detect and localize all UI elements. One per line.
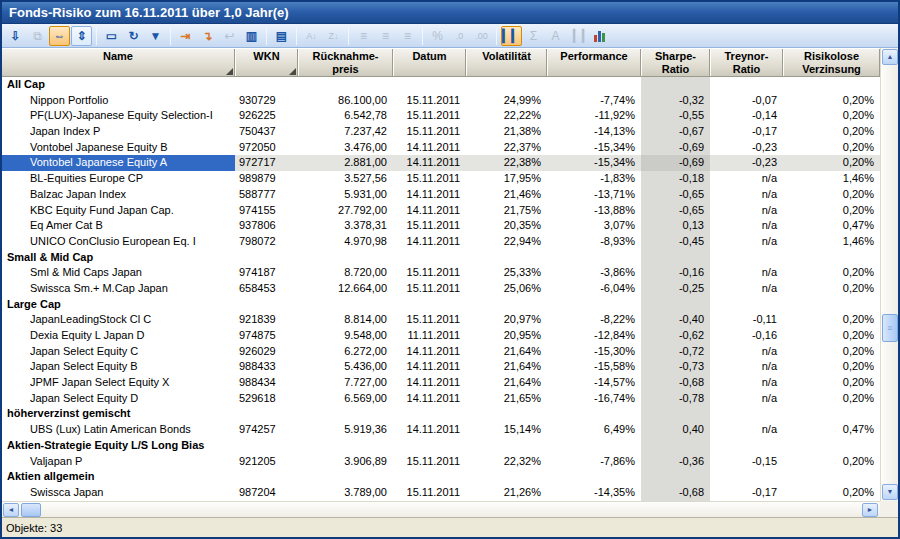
cell: -0,15 [710,454,783,470]
scroll-up-button[interactable]: ▲ [882,49,898,65]
remove-decimal-icon[interactable]: .00 [471,26,492,46]
cell: 0,20% [783,344,880,360]
empty-cell [710,438,783,454]
empty-cell [710,469,783,485]
cell: -15,34% [547,140,641,156]
group-row[interactable]: Aktien allgemein [2,469,880,485]
cell: UNICO ConClusio European Eq. I [2,234,235,250]
table-area: NameWKNRücknahme- preisDatumVolatilitätP… [2,48,898,517]
group-row[interactable]: Aktien-Strategie Equity L/S Long Bias [2,438,880,454]
table-row[interactable]: Valjapan P9212053.906,8915.11.201122,32%… [2,454,880,470]
chart-icon[interactable] [589,26,610,46]
column-header[interactable]: Sharpe- Ratio [641,49,710,76]
table-row[interactable]: UNICO ConClusio European Eq. I7980724.97… [2,234,880,250]
cell: 0,47% [783,218,880,234]
fit-width-icon[interactable]: ⇔ [49,26,70,46]
cell: n/a [710,265,783,281]
table-row[interactable]: Eq Amer Cat B9378063.378,3115.11.201120,… [2,218,880,234]
table-row[interactable]: Dexia Equity L Japan D9748759.548,0011.1… [2,328,880,344]
vertical-scrollbar[interactable]: ▲ ▼ [880,48,898,501]
column-header[interactable]: Volatilität [466,49,547,76]
group-row[interactable]: All Cap [2,77,880,93]
column-header[interactable]: WKN [235,49,298,76]
scroll-left-button[interactable]: ◄ [3,503,19,517]
swap-column-icon[interactable]: ↴ [197,26,218,46]
percent-format-icon[interactable]: % [427,26,448,46]
table-row[interactable]: Japan Select Equity D5296186.569,0014.11… [2,391,880,407]
select-columns-icon[interactable]: ▤ [271,26,292,46]
sort-descending-icon[interactable]: Z↓ [323,26,344,46]
cell: 937806 [235,218,298,234]
table-row[interactable]: JapanLeadingStock Cl C9218398.814,0015.1… [2,312,880,328]
cell: 0,20% [783,454,880,470]
table-row[interactable]: UBS (Lux) Latin American Bonds9742575.91… [2,422,880,438]
cell: 0,20% [783,359,880,375]
row-bars-icon[interactable]: ▎▎▎ [567,26,588,46]
table-row[interactable]: KBC Equity Fund Japan Cap.97415527.792,0… [2,203,880,219]
table-row[interactable]: PF(LUX)-Japanese Equity Selection-I92622… [2,108,880,124]
toolbar-separator [296,27,297,45]
refresh-icon[interactable]: ↻ [123,26,144,46]
table-row[interactable]: Sml & Mid Caps Japan9741878.720,0015.11.… [2,265,880,281]
table-row[interactable]: Balzac Japan Index5887775.931,0014.11.20… [2,187,880,203]
new-window-icon[interactable]: ▭ [101,26,122,46]
cell: -8,93% [547,234,641,250]
table-row[interactable]: Vontobel Japanese Equity B9720503.476,00… [2,140,880,156]
empty-cell [466,77,547,93]
cell: 21,65% [466,391,547,407]
empty-cell [783,406,880,422]
align-left-icon[interactable]: ≡ [353,26,374,46]
copy-icon[interactable]: ⧉ [27,26,48,46]
cell: 989879 [235,171,298,187]
column-header[interactable]: Performance [547,49,641,76]
cell: Dexia Equity L Japan D [2,328,235,344]
table-row[interactable]: Vontobel Japanese Equity A9727172.881,00… [2,155,880,171]
align-center-icon[interactable]: ≡ [375,26,396,46]
cell: 750437 [235,124,298,140]
sort-ascending-icon[interactable]: A↓ [301,26,322,46]
table-row[interactable]: JPMF Japan Select Equity X9884347.727,00… [2,375,880,391]
horizontal-scroll-thumb[interactable] [21,503,41,517]
window-title: Fonds-Risiko zum 16.11.2011 über 1,0 Jah… [2,2,898,24]
filter-icon[interactable]: ▼ [145,26,166,46]
insert-column-icon[interactable]: ⇥ [175,26,196,46]
add-decimal-icon[interactable]: .0 [449,26,470,46]
undo-column-icon[interactable]: ↩ [219,26,240,46]
table-row[interactable]: Japan Select Equity C9260296.272,0014.11… [2,344,880,360]
cell: 972050 [235,140,298,156]
column-header[interactable]: Name [2,49,235,76]
font-icon[interactable]: A [545,26,566,46]
cell: -1,83% [547,171,641,187]
group-row[interactable]: höherverzinst gemischt [2,406,880,422]
vertical-scroll-thumb[interactable] [882,314,898,342]
export-icon[interactable]: ⇩ [5,26,26,46]
group-row[interactable]: Large Cap [2,297,880,313]
table-row[interactable]: Japan Select Equity B9884335.436,0014.11… [2,359,880,375]
toolbar-separator [170,27,171,45]
align-right-icon[interactable]: ≡ [397,26,418,46]
table-row[interactable]: Swissca Sm.+ M.Cap Japan65845312.664,001… [2,281,880,297]
horizontal-scrollbar[interactable]: ◄ ► [2,501,880,517]
table-row[interactable]: BL-Equities Europe CP9898793.527,5615.11… [2,171,880,187]
column-header[interactable]: Risikolose Verzinsung [783,49,880,76]
table-row[interactable]: Swissca Japan9872043.789,0015.11.201121,… [2,485,880,501]
cell: 988433 [235,359,298,375]
highlight-column-icon[interactable]: ▎▎ [501,26,522,46]
sum-icon[interactable]: Σ [523,26,544,46]
scroll-down-button[interactable]: ▼ [882,484,898,500]
fit-height-icon[interactable]: ⇕ [71,26,92,46]
table-row[interactable]: Japan Index P7504377.237,4215.11.201121,… [2,124,880,140]
cell: 22,37% [466,140,547,156]
scroll-right-button[interactable]: ► [862,503,878,517]
group-label: Aktien allgemein [2,469,235,485]
column-header[interactable]: Datum [393,49,466,76]
empty-cell [641,469,710,485]
group-row[interactable]: Small & Mid Cap [2,250,880,266]
table-row[interactable]: Nippon Portfolio93072986.100,0015.11.201… [2,93,880,109]
cell: -15,34% [547,155,641,171]
cell: 3.476,00 [298,140,393,156]
column-header[interactable]: Treynor- Ratio [710,49,783,76]
column-header[interactable]: Rücknahme- preis [298,49,393,76]
cell: UBS (Lux) Latin American Bonds [2,422,235,438]
column-stats-icon[interactable]: ▥ [241,26,262,46]
